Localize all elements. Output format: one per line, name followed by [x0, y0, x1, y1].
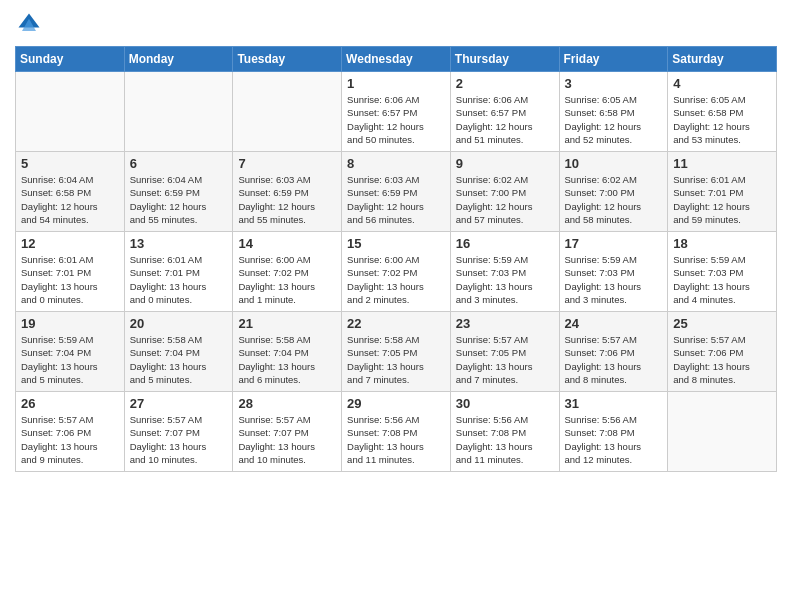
day-number: 26: [21, 396, 119, 411]
day-info: Sunrise: 5:58 AM Sunset: 7:05 PM Dayligh…: [347, 333, 445, 386]
day-info: Sunrise: 5:57 AM Sunset: 7:06 PM Dayligh…: [673, 333, 771, 386]
day-info: Sunrise: 6:06 AM Sunset: 6:57 PM Dayligh…: [456, 93, 554, 146]
day-number: 27: [130, 396, 228, 411]
day-info: Sunrise: 6:02 AM Sunset: 7:00 PM Dayligh…: [456, 173, 554, 226]
day-number: 25: [673, 316, 771, 331]
day-info: Sunrise: 6:04 AM Sunset: 6:58 PM Dayligh…: [21, 173, 119, 226]
day-info: Sunrise: 6:01 AM Sunset: 7:01 PM Dayligh…: [673, 173, 771, 226]
day-number: 11: [673, 156, 771, 171]
day-number: 10: [565, 156, 663, 171]
day-number: 13: [130, 236, 228, 251]
day-info: Sunrise: 6:06 AM Sunset: 6:57 PM Dayligh…: [347, 93, 445, 146]
week-row-3: 12Sunrise: 6:01 AM Sunset: 7:01 PM Dayli…: [16, 232, 777, 312]
weekday-header-row: SundayMondayTuesdayWednesdayThursdayFrid…: [16, 47, 777, 72]
day-number: 20: [130, 316, 228, 331]
day-number: 2: [456, 76, 554, 91]
day-number: 22: [347, 316, 445, 331]
day-number: 9: [456, 156, 554, 171]
day-info: Sunrise: 5:57 AM Sunset: 7:06 PM Dayligh…: [21, 413, 119, 466]
day-number: 3: [565, 76, 663, 91]
day-number: 23: [456, 316, 554, 331]
calendar-cell: 31Sunrise: 5:56 AM Sunset: 7:08 PM Dayli…: [559, 392, 668, 472]
weekday-header-friday: Friday: [559, 47, 668, 72]
calendar-cell: [16, 72, 125, 152]
calendar-cell: 17Sunrise: 5:59 AM Sunset: 7:03 PM Dayli…: [559, 232, 668, 312]
day-info: Sunrise: 6:05 AM Sunset: 6:58 PM Dayligh…: [673, 93, 771, 146]
calendar-cell: 13Sunrise: 6:01 AM Sunset: 7:01 PM Dayli…: [124, 232, 233, 312]
day-number: 1: [347, 76, 445, 91]
calendar-cell: 22Sunrise: 5:58 AM Sunset: 7:05 PM Dayli…: [342, 312, 451, 392]
day-number: 8: [347, 156, 445, 171]
calendar-cell: 25Sunrise: 5:57 AM Sunset: 7:06 PM Dayli…: [668, 312, 777, 392]
day-info: Sunrise: 5:59 AM Sunset: 7:04 PM Dayligh…: [21, 333, 119, 386]
day-number: 15: [347, 236, 445, 251]
day-info: Sunrise: 5:57 AM Sunset: 7:07 PM Dayligh…: [238, 413, 336, 466]
calendar-cell: 18Sunrise: 5:59 AM Sunset: 7:03 PM Dayli…: [668, 232, 777, 312]
calendar-cell: 1Sunrise: 6:06 AM Sunset: 6:57 PM Daylig…: [342, 72, 451, 152]
calendar-cell: [668, 392, 777, 472]
calendar-cell: 23Sunrise: 5:57 AM Sunset: 7:05 PM Dayli…: [450, 312, 559, 392]
day-number: 29: [347, 396, 445, 411]
week-row-2: 5Sunrise: 6:04 AM Sunset: 6:58 PM Daylig…: [16, 152, 777, 232]
calendar-cell: 26Sunrise: 5:57 AM Sunset: 7:06 PM Dayli…: [16, 392, 125, 472]
calendar-cell: 9Sunrise: 6:02 AM Sunset: 7:00 PM Daylig…: [450, 152, 559, 232]
day-info: Sunrise: 6:03 AM Sunset: 6:59 PM Dayligh…: [238, 173, 336, 226]
calendar-cell: 12Sunrise: 6:01 AM Sunset: 7:01 PM Dayli…: [16, 232, 125, 312]
calendar-cell: [233, 72, 342, 152]
day-number: 16: [456, 236, 554, 251]
weekday-header-wednesday: Wednesday: [342, 47, 451, 72]
day-number: 28: [238, 396, 336, 411]
day-number: 6: [130, 156, 228, 171]
day-number: 12: [21, 236, 119, 251]
day-info: Sunrise: 5:57 AM Sunset: 7:07 PM Dayligh…: [130, 413, 228, 466]
day-number: 17: [565, 236, 663, 251]
calendar-cell: 5Sunrise: 6:04 AM Sunset: 6:58 PM Daylig…: [16, 152, 125, 232]
calendar-cell: 7Sunrise: 6:03 AM Sunset: 6:59 PM Daylig…: [233, 152, 342, 232]
day-info: Sunrise: 6:01 AM Sunset: 7:01 PM Dayligh…: [130, 253, 228, 306]
logo: [15, 10, 47, 38]
day-number: 30: [456, 396, 554, 411]
week-row-5: 26Sunrise: 5:57 AM Sunset: 7:06 PM Dayli…: [16, 392, 777, 472]
day-info: Sunrise: 5:58 AM Sunset: 7:04 PM Dayligh…: [130, 333, 228, 386]
weekday-header-thursday: Thursday: [450, 47, 559, 72]
day-info: Sunrise: 5:59 AM Sunset: 7:03 PM Dayligh…: [456, 253, 554, 306]
calendar-cell: 30Sunrise: 5:56 AM Sunset: 7:08 PM Dayli…: [450, 392, 559, 472]
calendar-cell: 19Sunrise: 5:59 AM Sunset: 7:04 PM Dayli…: [16, 312, 125, 392]
day-info: Sunrise: 6:00 AM Sunset: 7:02 PM Dayligh…: [238, 253, 336, 306]
calendar-cell: 8Sunrise: 6:03 AM Sunset: 6:59 PM Daylig…: [342, 152, 451, 232]
day-number: 19: [21, 316, 119, 331]
day-info: Sunrise: 5:56 AM Sunset: 7:08 PM Dayligh…: [456, 413, 554, 466]
calendar-cell: [124, 72, 233, 152]
weekday-header-monday: Monday: [124, 47, 233, 72]
calendar-cell: 20Sunrise: 5:58 AM Sunset: 7:04 PM Dayli…: [124, 312, 233, 392]
day-number: 4: [673, 76, 771, 91]
day-info: Sunrise: 5:57 AM Sunset: 7:05 PM Dayligh…: [456, 333, 554, 386]
weekday-header-sunday: Sunday: [16, 47, 125, 72]
day-number: 24: [565, 316, 663, 331]
calendar-cell: 27Sunrise: 5:57 AM Sunset: 7:07 PM Dayli…: [124, 392, 233, 472]
day-info: Sunrise: 6:04 AM Sunset: 6:59 PM Dayligh…: [130, 173, 228, 226]
page-header: [15, 10, 777, 38]
day-info: Sunrise: 5:58 AM Sunset: 7:04 PM Dayligh…: [238, 333, 336, 386]
week-row-1: 1Sunrise: 6:06 AM Sunset: 6:57 PM Daylig…: [16, 72, 777, 152]
logo-icon: [15, 10, 43, 38]
day-number: 5: [21, 156, 119, 171]
day-info: Sunrise: 5:59 AM Sunset: 7:03 PM Dayligh…: [673, 253, 771, 306]
day-number: 31: [565, 396, 663, 411]
weekday-header-saturday: Saturday: [668, 47, 777, 72]
calendar-cell: 29Sunrise: 5:56 AM Sunset: 7:08 PM Dayli…: [342, 392, 451, 472]
day-info: Sunrise: 6:01 AM Sunset: 7:01 PM Dayligh…: [21, 253, 119, 306]
day-info: Sunrise: 6:03 AM Sunset: 6:59 PM Dayligh…: [347, 173, 445, 226]
day-info: Sunrise: 5:57 AM Sunset: 7:06 PM Dayligh…: [565, 333, 663, 386]
weekday-header-tuesday: Tuesday: [233, 47, 342, 72]
day-number: 7: [238, 156, 336, 171]
day-number: 18: [673, 236, 771, 251]
calendar-cell: 3Sunrise: 6:05 AM Sunset: 6:58 PM Daylig…: [559, 72, 668, 152]
calendar-cell: 21Sunrise: 5:58 AM Sunset: 7:04 PM Dayli…: [233, 312, 342, 392]
calendar-cell: 6Sunrise: 6:04 AM Sunset: 6:59 PM Daylig…: [124, 152, 233, 232]
calendar-cell: 11Sunrise: 6:01 AM Sunset: 7:01 PM Dayli…: [668, 152, 777, 232]
calendar-cell: 15Sunrise: 6:00 AM Sunset: 7:02 PM Dayli…: [342, 232, 451, 312]
calendar-cell: 4Sunrise: 6:05 AM Sunset: 6:58 PM Daylig…: [668, 72, 777, 152]
calendar-cell: 24Sunrise: 5:57 AM Sunset: 7:06 PM Dayli…: [559, 312, 668, 392]
day-info: Sunrise: 5:56 AM Sunset: 7:08 PM Dayligh…: [565, 413, 663, 466]
